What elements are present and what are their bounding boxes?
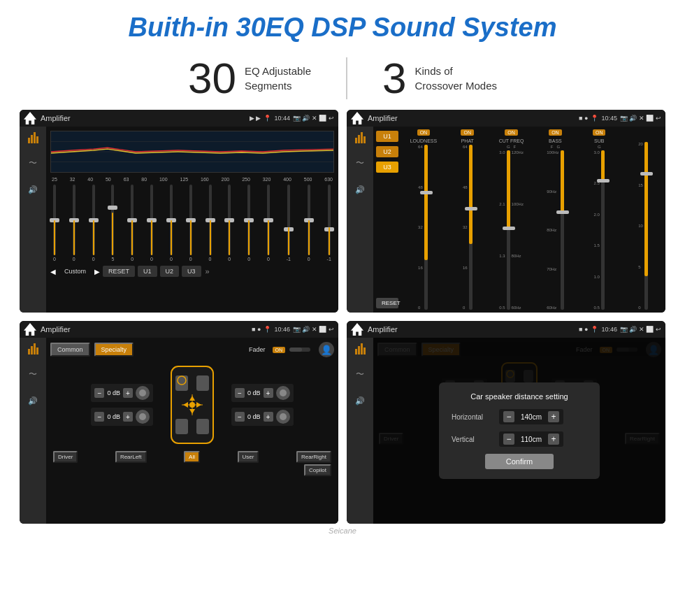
confirm-button[interactable]: Confirm: [485, 454, 554, 469]
dsp-eq-icon[interactable]: [352, 132, 368, 143]
user-btn[interactable]: User: [238, 451, 259, 463]
cross-wave-icon[interactable]: 〜: [24, 367, 41, 381]
screen-distance: Amplifier ■ ● 📍 10:46 📷 🔊 ✕ ⬜ ↩ 〜 🔊 Comm…: [347, 321, 665, 524]
db-control-bl: − 0 dB +: [91, 408, 153, 426]
dsp-vol-icon[interactable]: 🔊: [352, 182, 368, 196]
cross-vol-icon[interactable]: 🔊: [24, 394, 41, 408]
vertical-value: 110cm: [517, 436, 545, 443]
vertical-minus[interactable]: −: [503, 434, 514, 445]
slider-9[interactable]: 0: [228, 185, 231, 262]
phat-on[interactable]: ON: [461, 129, 474, 136]
u1-btn[interactable]: U1: [138, 266, 157, 277]
db-plus-tl[interactable]: +: [123, 388, 133, 398]
preset-u1[interactable]: U1: [376, 131, 398, 142]
eq-freq-labels: 253240506380100125160200250320400500630: [50, 177, 334, 182]
slider-0[interactable]: 0: [53, 185, 56, 262]
common-btn[interactable]: Common: [50, 343, 90, 357]
db-plus-bl[interactable]: +: [123, 412, 133, 422]
db-control-tl: − 0 dB +: [91, 384, 153, 402]
slider-2[interactable]: 0: [92, 185, 95, 262]
db-value-bl: 0 dB: [107, 413, 120, 420]
db-minus-bl[interactable]: −: [94, 412, 104, 422]
dist-eq-icon[interactable]: [352, 343, 368, 354]
all-btn[interactable]: All: [184, 451, 200, 463]
rear-left-btn[interactable]: RearLeft: [115, 451, 147, 463]
cross-eq-icon[interactable]: [24, 343, 41, 354]
u2-btn[interactable]: U2: [160, 266, 180, 277]
slider-5[interactable]: 0: [150, 185, 153, 262]
dsp-sidebar: 〜 🔊: [347, 127, 373, 313]
fader-slider[interactable]: [289, 348, 310, 352]
copilot-btn[interactable]: Copilot: [304, 464, 331, 476]
slider-12[interactable]: -1: [287, 185, 291, 262]
rear-right-btn[interactable]: RearRight: [296, 451, 331, 463]
home-icon-bl[interactable]: [24, 323, 36, 336]
slider-10[interactable]: 0: [247, 185, 250, 262]
dsp-wave-icon[interactable]: 〜: [352, 156, 368, 170]
bass-on[interactable]: ON: [549, 129, 562, 136]
eq-number: 30: [188, 57, 236, 100]
cutfreq-on[interactable]: ON: [505, 129, 518, 136]
slider-7[interactable]: 0: [189, 185, 192, 262]
u3-btn[interactable]: U3: [182, 266, 201, 277]
eq-icon[interactable]: [24, 132, 41, 143]
vertical-plus[interactable]: +: [548, 434, 559, 445]
svg-rect-5: [175, 375, 188, 391]
eq-sliders: 0 0 0 5 0 0 0 0 0 0 0 0 -1 0 -1: [50, 185, 334, 262]
distance-dialog: Car speaker distance setting Horizontal …: [439, 382, 600, 479]
home-icon-tr[interactable]: [351, 112, 363, 124]
eq-bottom-controls: ◀ Custom ▶ RESET U1 U2 U3 »: [50, 266, 334, 277]
horizontal-label: Horizontal: [452, 413, 493, 421]
db-plus-tr[interactable]: +: [264, 388, 273, 398]
reset-dsp-btn[interactable]: RESET: [376, 298, 398, 308]
slider-1[interactable]: 0: [73, 185, 75, 262]
eq-text: EQ Adjustable Segments: [245, 64, 311, 93]
vol-icon[interactable]: 🔊: [24, 182, 41, 196]
wave-icon[interactable]: 〜: [24, 156, 41, 170]
db-minus-br[interactable]: −: [235, 412, 245, 422]
cross-top-controls: Common Specialty Fader ON 👤: [50, 342, 334, 357]
page-title: Buith-in 30EQ DSP Sound System: [0, 0, 685, 50]
slider-11[interactable]: 0: [267, 185, 270, 262]
status-icons-tr: ■ ● 📍 10:45 📷 🔊 ✕ ⬜ ↩: [579, 115, 661, 122]
db-minus-tr[interactable]: −: [235, 388, 245, 398]
status-title-bl: Amplifier: [41, 325, 247, 334]
home-icon-br[interactable]: [351, 323, 363, 336]
slider-3[interactable]: 5: [111, 185, 114, 262]
slider-13[interactable]: 0: [308, 185, 310, 262]
status-bar-tl: Amplifier ▶ ▶ 📍 10:44 📷 🔊 ✕ ⬜ ↩: [20, 110, 338, 127]
speaker-layout: − 0 dB + − 0 dB +: [50, 363, 334, 447]
slider-4[interactable]: 0: [131, 185, 134, 262]
home-icon-tl[interactable]: [24, 112, 36, 124]
driver-btn[interactable]: Driver: [53, 451, 78, 463]
fader-on-badge[interactable]: ON: [273, 347, 286, 353]
specialty-btn[interactable]: Specialty: [94, 343, 134, 357]
crossover-number: 3: [382, 57, 406, 100]
prev-btn[interactable]: ◀: [50, 268, 56, 275]
horizontal-minus[interactable]: −: [503, 411, 514, 422]
horizontal-plus[interactable]: +: [548, 411, 559, 422]
reset-btn[interactable]: RESET: [103, 266, 135, 277]
preset-u3[interactable]: U3: [376, 162, 398, 173]
preset-u2[interactable]: U2: [376, 146, 398, 157]
person-icon[interactable]: 👤: [319, 342, 334, 357]
cross-main: Common Specialty Fader ON 👤 − 0 dB +: [46, 338, 338, 524]
sub-on[interactable]: ON: [593, 129, 606, 136]
loudness-on[interactable]: ON: [417, 129, 431, 136]
dialog-overlay: Car speaker distance setting Horizontal …: [373, 338, 665, 524]
copilot-labels: Copilot: [50, 464, 334, 476]
screen-eq: Amplifier ▶ ▶ 📍 10:44 📷 🔊 ✕ ⬜ ↩ 〜 🔊: [20, 110, 338, 313]
screen-dsp: Amplifier ■ ● 📍 10:45 📷 🔊 ✕ ⬜ ↩ 〜 🔊 U1 U…: [347, 110, 665, 313]
db-plus-br[interactable]: +: [264, 412, 273, 422]
eq-sidebar: 〜 🔊: [20, 127, 46, 313]
status-bar-bl: Amplifier ■ ● 📍 10:46 📷 🔊 ✕ ⬜ ↩: [20, 321, 338, 338]
slider-8[interactable]: 0: [209, 185, 212, 262]
slider-14[interactable]: -1: [327, 185, 331, 262]
db-control-br: − 0 dB +: [231, 408, 294, 426]
db-minus-tl[interactable]: −: [94, 388, 104, 398]
next-btn[interactable]: ▶: [94, 268, 100, 275]
feature-eq: 30 EQ Adjustable Segments: [153, 57, 346, 100]
dist-vol-icon[interactable]: 🔊: [352, 394, 368, 408]
dist-wave-icon[interactable]: 〜: [352, 367, 368, 381]
slider-6[interactable]: 0: [170, 185, 173, 262]
